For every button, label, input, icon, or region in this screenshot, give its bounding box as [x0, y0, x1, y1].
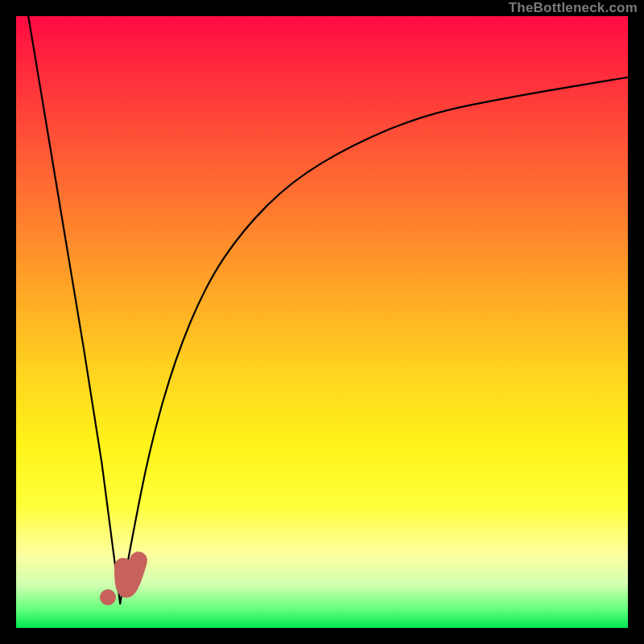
pointer-hook [123, 560, 138, 588]
chart-frame: TheBottleneck.com [0, 0, 644, 644]
curve-right-ascent [120, 77, 628, 604]
plot-area [16, 16, 628, 628]
pointer-dot [100, 589, 116, 605]
watermark-text: TheBottleneck.com [509, 0, 638, 16]
curve-left-descent [28, 16, 120, 604]
chart-svg [16, 16, 628, 628]
